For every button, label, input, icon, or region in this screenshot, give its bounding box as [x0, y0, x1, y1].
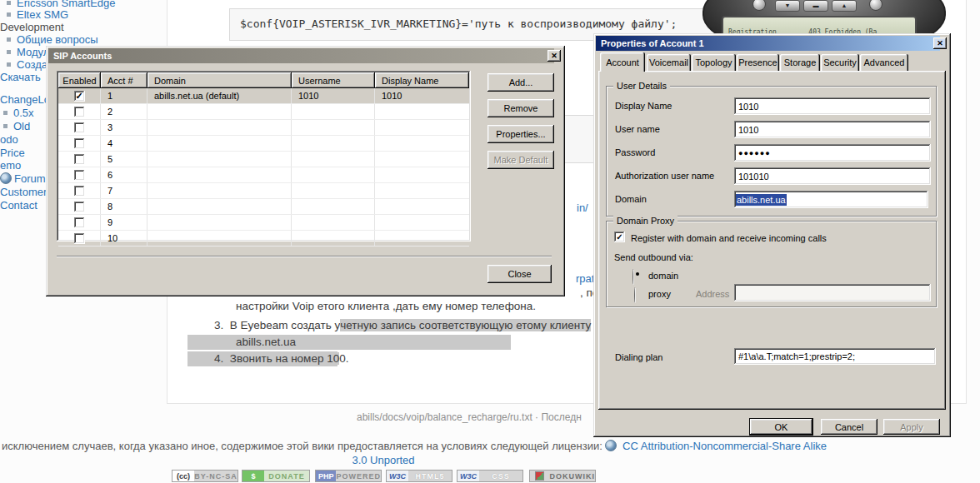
remove-button[interactable]: Remove [488, 99, 554, 117]
domain-label: Domain [615, 194, 647, 204]
user-name-field[interactable]: 1010 [734, 121, 931, 138]
close-button[interactable]: Close [488, 265, 552, 283]
sidebar-link[interactable]: Forum [14, 172, 46, 185]
sidebar-item-skachat[interactable]: Скачать [0, 70, 41, 82]
sidebar-item-old[interactable]: Old [0, 119, 30, 132]
badge-css[interactable]: W3C CSS [457, 470, 523, 482]
sidebar-link[interactable]: Old [13, 120, 30, 132]
sidebar-link[interactable]: emo [0, 159, 21, 172]
password-field[interactable]: ●●●●●● [734, 144, 931, 162]
cancel-button[interactable]: Cancel [821, 419, 878, 435]
badge-donate[interactable]: $ DONATE [242, 470, 310, 482]
license-link[interactable]: CC Attribution-Noncommercial-Share Alike [622, 440, 827, 452]
close-icon[interactable]: ✕ [933, 37, 947, 49]
proxy-radio[interactable] [634, 287, 636, 303]
license-line: исключением случаев, когда указано иное,… [2, 440, 827, 452]
table-body: ✓ 1 abills.net.ua (default) 1010 1010 2 … [58, 88, 469, 246]
badge-label: POWERED [336, 471, 381, 481]
sidebar-text: Development [0, 21, 64, 33]
properties-button[interactable]: Properties... [488, 125, 554, 143]
sidebar-item-forum[interactable]: Forum [0, 172, 46, 184]
tab-security[interactable]: Security [821, 54, 859, 71]
sidebar-link[interactable]: Contact [0, 199, 38, 212]
table-row[interactable]: 3 [58, 120, 469, 136]
sidebar-item-demo[interactable]: emo [0, 158, 21, 171]
enabled-checkbox-checked[interactable]: ✓ [74, 91, 85, 102]
enabled-checkbox[interactable] [74, 138, 85, 149]
badge-label: DONATE [264, 471, 309, 481]
license-link-unported[interactable]: 3.0 Unported [352, 454, 414, 466]
list-wrap-line: настройки Voip етого клиента ,дать ему н… [236, 300, 536, 312]
badge-dokuwiki[interactable]: DOKUWIKI [529, 470, 596, 482]
enabled-checkbox[interactable] [74, 107, 85, 117]
tab-storage[interactable]: Storage [780, 54, 820, 71]
sidebar-link[interactable]: Price [0, 147, 25, 159]
column-header-acct[interactable]: Acct # [101, 72, 148, 88]
sidebar-link[interactable]: Скачать [0, 71, 41, 83]
close-icon[interactable]: ✕ [548, 50, 561, 62]
table-row[interactable]: 8 [58, 199, 469, 215]
sidebar-item-eltex-smg[interactable]: Eltex SMG [0, 7, 68, 20]
badge-cc[interactable]: (cc) BY-NC-SA [172, 470, 238, 482]
enabled-checkbox[interactable] [74, 154, 85, 165]
enabled-checkbox[interactable] [74, 233, 85, 244]
enabled-checkbox[interactable] [74, 186, 85, 197]
sidebar-link[interactable]: Customers [0, 186, 52, 198]
table-row[interactable]: 4 [58, 136, 469, 152]
properties-dialog: Properties of Account 1 ✕ Account Voicem… [593, 33, 951, 437]
domain-radio[interactable] [632, 269, 634, 285]
displayname-cell: 1010 [375, 88, 469, 103]
table-row[interactable]: 7 [58, 183, 469, 199]
tab-voicemail[interactable]: Voicemail [647, 54, 691, 71]
sidebar-item-todo[interactable]: odo [0, 132, 18, 145]
tab-presence[interactable]: Presence [737, 54, 779, 71]
table-row[interactable]: 6 [58, 167, 469, 183]
enabled-checkbox[interactable] [74, 202, 85, 212]
tab-topology[interactable]: Topology [692, 54, 736, 71]
sidebar-item-obshie-voprosy[interactable]: Общие вопросы [0, 32, 98, 45]
table-row[interactable]: 10 [58, 231, 469, 246]
table-row[interactable]: 9 [58, 215, 469, 231]
column-header-displayname[interactable]: Display Name [375, 72, 469, 88]
enabled-checkbox[interactable] [74, 170, 85, 181]
badge-php[interactable]: PHP POWERED [315, 470, 382, 482]
display-name-field[interactable]: 1010 [734, 97, 931, 115]
domain-field[interactable]: abills.net.ua [734, 191, 928, 208]
sip-dialog-titlebar[interactable]: SIP Accounts [48, 48, 554, 63]
column-header-enabled[interactable]: Enabled [58, 72, 101, 88]
badge-html5[interactable]: W3C HTML5 [386, 470, 452, 482]
sidebar-link[interactable]: Eltex SMG [17, 8, 68, 21]
sidebar-link[interactable]: odo [0, 133, 18, 146]
table-row[interactable]: 5 [58, 152, 469, 167]
softphone-button-up[interactable]: ▲ [832, 0, 857, 12]
table-row[interactable]: ✓ 1 abills.net.ua (default) 1010 1010 [58, 88, 469, 104]
apply-button: Apply [883, 419, 940, 435]
enabled-checkbox[interactable] [74, 122, 85, 133]
link-fragment-in[interactable]: in/ [577, 202, 588, 214]
ok-button[interactable]: OK [750, 419, 812, 435]
tab-advanced[interactable]: Advanced [860, 54, 908, 71]
sidebar-item-05x[interactable]: 0.5x [0, 106, 34, 118]
register-checkbox-checked[interactable]: ✓ [614, 232, 625, 242]
dollar-icon: $ [242, 471, 264, 481]
softphone-button-down[interactable]: ▼ [775, 0, 800, 12]
tab-account[interactable]: Account [600, 52, 645, 72]
field-value: 1010 [738, 125, 758, 135]
sidebar-link[interactable]: Общие вопросы [17, 33, 98, 46]
enabled-checkbox[interactable] [74, 217, 85, 228]
softphone-button-middle[interactable]: ▬ [803, 0, 828, 12]
sidebar-item-contact[interactable]: Contact [0, 198, 38, 211]
column-header-username[interactable]: Username [292, 72, 375, 88]
add-button[interactable]: Add... [488, 73, 554, 92]
column-header-domain[interactable]: Domain [148, 72, 292, 88]
properties-dialog-titlebar[interactable]: Properties of Account 1 [596, 36, 940, 51]
table-row[interactable]: 2 [58, 104, 469, 120]
dialing-plan-field[interactable]: #1\a\a.T;match=1;prestrip=2; [734, 348, 936, 365]
bullet-icon [7, 50, 11, 54]
bullet-icon [3, 124, 8, 128]
authorization-user-name-field[interactable]: 101010 [734, 167, 931, 185]
sidebar-item-customers[interactable]: Customers [0, 185, 52, 197]
sidebar-link[interactable]: 0.5x [13, 107, 34, 119]
username-cell: 1010 [292, 88, 375, 103]
sidebar-item-price[interactable]: Price [0, 146, 25, 158]
